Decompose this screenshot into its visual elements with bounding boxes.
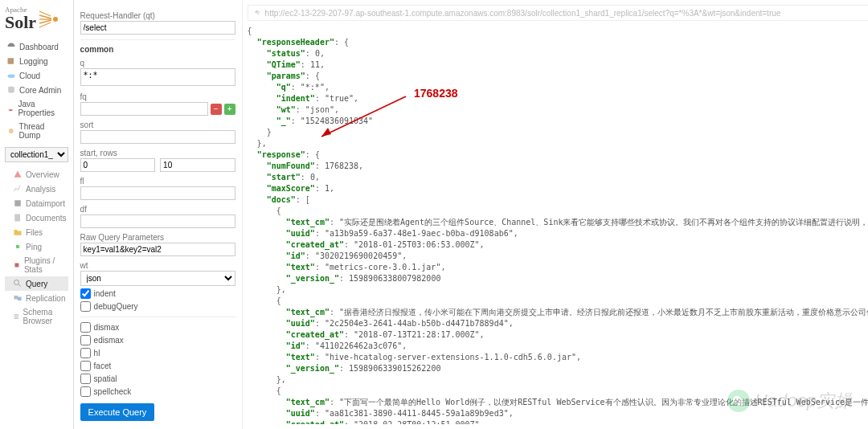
dismax-checkbox[interactable]: [80, 322, 91, 333]
rows-input[interactable]: [160, 158, 235, 172]
svg-rect-10: [14, 214, 20, 222]
svg-point-19: [738, 399, 744, 406]
nav-label: Thread Dump: [19, 122, 67, 140]
annotation-arrow: [313, 92, 410, 141]
subnav-ping[interactable]: Ping: [5, 239, 68, 254]
nav-label: Plugins / Stats: [24, 256, 67, 274]
raw-label: Raw Query Parameters: [80, 233, 235, 242]
watermark: Hadoop实操: [727, 389, 852, 413]
svg-rect-15: [18, 297, 22, 301]
dismax-label: dismax: [94, 323, 120, 332]
schema-icon: [13, 312, 20, 321]
nav-logging[interactable]: Logging: [5, 54, 68, 68]
q-label: q: [80, 59, 235, 67]
result-url-text: http://ec2-13-229-207-97.ap-southeast-1.…: [265, 9, 781, 18]
annotation-numfound: 1768238: [414, 87, 458, 100]
watermark-text: Hadoop实操: [755, 389, 852, 413]
subnav-documents[interactable]: Documents: [5, 210, 68, 225]
edismax-checkbox[interactable]: [80, 335, 91, 345]
subnav-query[interactable]: Query: [5, 276, 68, 291]
subnav-analysis[interactable]: Analysis: [5, 182, 68, 196]
wt-label: wt: [80, 261, 235, 270]
facet-checkbox[interactable]: [80, 361, 91, 371]
q-input[interactable]: *:*: [80, 68, 235, 86]
nav-label: Logging: [19, 57, 48, 66]
analysis-icon: [13, 184, 23, 194]
indent-label: indent: [94, 289, 116, 298]
nav-label: Documents: [26, 214, 67, 223]
subnav-replication[interactable]: Replication: [5, 291, 68, 305]
fl-input[interactable]: [80, 186, 235, 200]
spatial-checkbox[interactable]: [80, 374, 91, 384]
solr-logo: Apache Solr: [5, 6, 68, 31]
svg-point-11: [16, 245, 20, 249]
svg-point-12: [14, 280, 19, 285]
fq-remove-button[interactable]: −: [211, 104, 222, 115]
json-response-output: { "responseHeader": { "status": 0, "QTim…: [248, 26, 868, 424]
sort-label: sort: [80, 121, 235, 129]
subnav-overview[interactable]: Overview: [5, 167, 68, 182]
result-url-bar[interactable]: http://ec2-13-229-207-97.ap-southeast-1.…: [248, 5, 868, 21]
nav-label: Ping: [26, 243, 42, 251]
nav-label: Java Properties: [18, 100, 66, 117]
svg-line-16: [321, 96, 406, 137]
nav-label: Core Admin: [19, 86, 61, 95]
logging-icon: [6, 56, 16, 66]
indent-checkbox[interactable]: [80, 288, 91, 299]
nav-cloud[interactable]: Cloud: [5, 68, 68, 83]
replication-icon: [13, 293, 23, 303]
nav-label: Dataimport: [26, 199, 65, 208]
wechat-icon: [732, 394, 745, 407]
df-label: df: [80, 205, 235, 214]
nav-core-admin[interactable]: Core Admin: [5, 83, 68, 97]
debug-checkbox[interactable]: [80, 301, 91, 312]
svg-line-13: [18, 284, 21, 287]
qt-label: Request-Handler (qt): [80, 11, 235, 20]
link-icon: [252, 8, 262, 18]
hl-label: hl: [94, 349, 100, 358]
collection-select[interactable]: collection1_sha...: [5, 147, 68, 162]
fq-add-button[interactable]: +: [224, 104, 235, 115]
java-icon: [6, 104, 14, 113]
sort-input[interactable]: [80, 130, 235, 144]
fq-label: fq: [80, 92, 235, 101]
raw-input[interactable]: [80, 243, 235, 256]
nav-label: Cloud: [19, 72, 40, 80]
svg-rect-14: [14, 296, 18, 300]
edismax-label: edismax: [94, 336, 124, 345]
ping-icon: [13, 242, 23, 251]
documents-icon: [13, 213, 23, 223]
nav-thread-dump[interactable]: Thread Dump: [5, 120, 68, 142]
svg-point-7: [8, 75, 15, 79]
start-input[interactable]: [80, 158, 156, 172]
svg-point-0: [53, 17, 58, 22]
fq-input[interactable]: [80, 102, 208, 116]
nav-label: Analysis: [26, 185, 55, 194]
execute-query-button[interactable]: Execute Query: [80, 403, 155, 421]
df-input[interactable]: [80, 214, 235, 228]
svg-rect-6: [8, 58, 14, 64]
subnav-dataimport[interactable]: Dataimport: [5, 196, 68, 210]
nav-label: Dashboard: [19, 43, 59, 51]
common-label: common: [80, 45, 235, 54]
nav-label: Replication: [26, 294, 65, 303]
nav-java-properties[interactable]: Java Properties: [5, 97, 68, 120]
files-icon: [13, 227, 23, 237]
thread-icon: [6, 126, 16, 136]
debug-label: debugQuery: [94, 302, 138, 311]
plugin-icon: [13, 260, 21, 270]
subnav-schema[interactable]: Schema Browser: [5, 305, 68, 328]
subnav-plugins[interactable]: Plugins / Stats: [5, 254, 68, 276]
start-label: start, rows: [80, 149, 235, 157]
wt-select[interactable]: json: [80, 271, 235, 286]
database-icon: [6, 85, 16, 95]
spellcheck-checkbox[interactable]: [80, 386, 91, 397]
nav-label: Query: [26, 280, 47, 288]
nav-dashboard[interactable]: Dashboard: [5, 39, 68, 54]
subnav-files[interactable]: Files: [5, 225, 68, 239]
qt-input[interactable]: [80, 21, 235, 35]
hl-checkbox[interactable]: [80, 348, 91, 358]
dashboard-icon: [6, 42, 16, 51]
nav-label: Files: [26, 228, 43, 237]
logo-name: Solr: [5, 12, 36, 32]
